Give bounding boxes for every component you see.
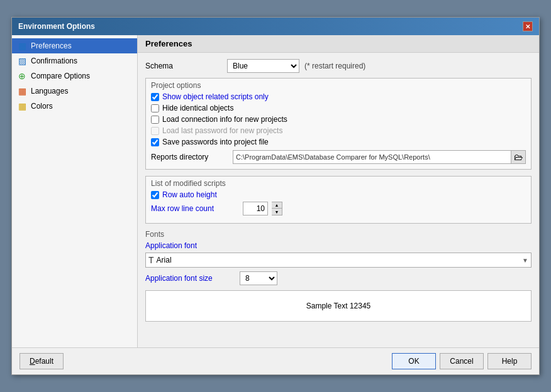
max-row-label: Max row line count	[151, 204, 239, 213]
font-dropdown-inner: T Arial	[148, 255, 518, 265]
project-options-content: Show object related scripts only Hide id…	[146, 91, 531, 169]
sidebar-item-confirmations[interactable]: ▨ Confirmations	[12, 53, 137, 68]
schema-select[interactable]: Blue Default Dark	[227, 59, 299, 73]
row-auto-height-row: Row auto height	[151, 190, 526, 199]
save-passwords-label: Save passwords into project file	[162, 138, 269, 146]
max-row-spinner: ▲ ▼	[272, 202, 282, 215]
load-connection-label: Load connection info for new projects	[162, 115, 287, 124]
spinner-down-button[interactable]: ▼	[272, 209, 282, 215]
row-auto-height-checkbox[interactable]	[151, 191, 159, 199]
sidebar: ▦ Preferences ▨ Confirmations ⊕ Compare …	[12, 35, 138, 347]
dialog-title: Environment Options	[18, 22, 95, 31]
load-password-label: Load last password for new projects	[162, 126, 282, 135]
save-passwords-checkbox[interactable]	[151, 138, 159, 146]
sidebar-item-languages[interactable]: ▦ Languages	[12, 84, 137, 99]
app-font-size-label: Application font size	[145, 274, 240, 283]
content-body: Schema Blue Default Dark (* restart requ…	[138, 53, 539, 328]
sidebar-label-preferences: Preferences	[31, 41, 72, 50]
list-scripts-section: List of modified scripts Row auto height…	[145, 176, 532, 224]
max-row-row: Max row line count ▲ ▼	[151, 202, 526, 215]
max-row-input[interactable]	[243, 202, 268, 215]
pref-icon: ▦	[17, 41, 27, 51]
sidebar-label-confirmations: Confirmations	[31, 57, 77, 65]
sidebar-label-colors: Colors	[31, 102, 53, 111]
help-button[interactable]: Help	[487, 353, 532, 369]
app-font-size-select[interactable]: 6 7 8 9 10 11 12	[240, 271, 277, 285]
save-passwords-row: Save passwords into project file	[151, 138, 526, 146]
list-scripts-title: List of modified scripts	[146, 177, 531, 189]
schema-row: Schema Blue Default Dark (* restart requ…	[145, 59, 532, 73]
sample-text-box: Sample Text 12345	[145, 290, 532, 322]
app-font-value: Arial	[157, 256, 172, 264]
confirm-icon: ▨	[17, 56, 27, 66]
reports-dir-label: Reports directory	[151, 153, 233, 161]
load-password-row: Load last password for new projects	[151, 126, 526, 135]
app-font-label: Application font	[145, 241, 532, 250]
colors-icon: ▦	[17, 101, 27, 111]
environment-options-dialog: Environment Options ✕ ▦ Preferences ▨ Co…	[11, 17, 540, 375]
close-button[interactable]: ✕	[523, 21, 533, 31]
project-options-title: Project options	[146, 79, 531, 91]
schema-label: Schema	[145, 62, 227, 70]
restart-note: (* restart required)	[304, 62, 365, 70]
load-connection-row: Load connection info for new projects	[151, 115, 526, 124]
show-object-row: Show object related scripts only	[151, 92, 526, 101]
sidebar-label-compare-options: Compare Options	[31, 72, 90, 80]
content-header: Preferences	[138, 35, 539, 53]
sidebar-item-preferences[interactable]: ▦ Preferences	[12, 38, 137, 53]
ok-button[interactable]: OK	[392, 353, 436, 369]
row-auto-height-label: Row auto height	[162, 190, 217, 199]
title-bar: Environment Options ✕	[12, 18, 539, 35]
reports-dir-row: Reports directory 🗁	[151, 150, 526, 164]
cancel-button[interactable]: Cancel	[440, 353, 484, 369]
spinner-up-button[interactable]: ▲	[272, 202, 282, 209]
show-object-checkbox[interactable]	[151, 93, 159, 101]
show-object-label: Show object related scripts only	[162, 92, 269, 101]
reports-dir-browse-button[interactable]: 🗁	[511, 150, 526, 164]
compare-icon: ⊕	[17, 71, 27, 81]
font-T-icon: T	[148, 255, 154, 265]
default-button[interactable]: Default	[19, 353, 64, 369]
help-label: Help	[502, 357, 518, 366]
app-font-size-row: Application font size 6 7 8 9 10 11 12	[145, 271, 532, 285]
reports-dir-input[interactable]	[233, 150, 511, 164]
hide-identical-checkbox[interactable]	[151, 104, 159, 112]
footer-right: OK Cancel Help	[392, 353, 532, 369]
sidebar-label-languages: Languages	[31, 87, 68, 95]
footer-left: Default	[19, 353, 64, 369]
sidebar-item-colors[interactable]: ▦ Colors	[12, 99, 137, 114]
load-password-checkbox[interactable]	[151, 127, 159, 135]
hide-identical-label: Hide identical objects	[162, 104, 233, 112]
fonts-title: Fonts	[145, 230, 532, 239]
list-scripts-content: Row auto height Max row line count ▲ ▼	[146, 189, 531, 223]
cancel-label: Cancel	[450, 357, 473, 366]
fonts-section: Fonts Application font T Arial ▼ Applica…	[145, 230, 532, 322]
load-connection-checkbox[interactable]	[151, 116, 159, 124]
dialog-body: ▦ Preferences ▨ Confirmations ⊕ Compare …	[12, 35, 539, 347]
hide-identical-row: Hide identical objects	[151, 104, 526, 112]
lang-icon: ▦	[17, 86, 27, 96]
sample-text: Sample Text 12345	[306, 302, 371, 310]
dialog-footer: Default OK Cancel Help	[12, 347, 539, 374]
project-options-section: Project options Show object related scri…	[145, 78, 532, 170]
app-font-dropdown[interactable]: T Arial ▼	[145, 253, 532, 268]
font-dropdown-arrow: ▼	[522, 257, 528, 264]
main-content: Preferences Schema Blue Default Dark (* …	[138, 35, 539, 347]
ok-label: OK	[408, 357, 419, 366]
sidebar-item-compare-options[interactable]: ⊕ Compare Options	[12, 68, 137, 84]
